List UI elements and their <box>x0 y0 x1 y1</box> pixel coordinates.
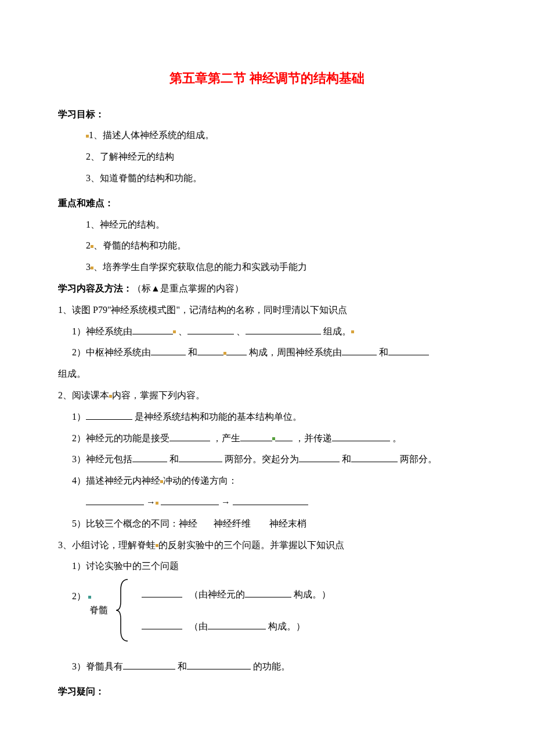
document-title: 第五章第二节 神经调节的结构基础 <box>58 64 476 93</box>
bracket-item-1: （由神经元的 构成。） <box>132 585 331 604</box>
blank <box>246 325 321 334</box>
objective-1: 1、描述人体神经系统的组成。 <box>58 125 476 146</box>
blank <box>342 345 377 355</box>
q2-lead: 2、阅读课本内容，掌握下列内容。 <box>58 385 476 406</box>
blank <box>123 660 175 669</box>
blank <box>187 325 234 334</box>
brace-icon <box>115 578 132 642</box>
blank <box>388 345 429 355</box>
dot-icon <box>351 330 354 333</box>
blank <box>208 620 266 629</box>
q2-sub4: 4）描述神经元内神经冲动的传递方向： <box>58 470 476 492</box>
key-points-heading: 重点和难点： <box>58 193 476 214</box>
blank <box>299 452 340 462</box>
q1-sub2-tail: 组成。 <box>58 363 476 385</box>
q2-direction-line: → → <box>58 492 476 513</box>
blank <box>142 588 182 597</box>
blank <box>142 620 182 629</box>
blank <box>132 325 173 334</box>
page: 第五章第二节 神经调节的结构基础 学习目标： 1、描述人体神经系统的组成。 2、… <box>0 0 534 756</box>
spinal-cord-label: 脊髓 <box>72 603 108 617</box>
q2-sub5: 5）比较三个概念的不同：神经 神经纤维 神经末梢 <box>58 513 476 535</box>
q1-lead: 1、读图 P79"神经系统模式图"，记清结构的名称，同时理清以下知识点 <box>58 300 476 321</box>
blank <box>226 345 247 355</box>
q3-sub2-label: 2） <box>72 589 108 603</box>
dot-icon <box>156 502 158 505</box>
blank <box>187 660 251 669</box>
q2-sub3: 3）神经元包括 和 两部分。突起分为 和 两部分。 <box>58 449 476 470</box>
spacer <box>58 642 476 656</box>
objective-3: 3、知道脊髓的结构和功能。 <box>58 168 476 189</box>
blank <box>86 495 144 505</box>
bracket-item-2: （由 构成。） <box>132 617 331 636</box>
blank <box>245 588 291 597</box>
blank <box>233 495 308 505</box>
q3-sub1: 1）讨论实验中的三个问题 <box>58 556 476 577</box>
dot-icon <box>88 596 91 599</box>
blank <box>151 345 186 355</box>
key-point-1: 1、神经元的结构。 <box>58 214 476 236</box>
blank <box>161 495 219 505</box>
q3-sub3: 3）脊髓具有 和 的功能。 <box>58 656 476 678</box>
q1-sub1: 1）神经系统由 、 、 组成。 <box>58 321 476 343</box>
blank <box>332 431 390 441</box>
objectives-heading: 学习目标： <box>58 104 476 125</box>
blank <box>169 431 210 441</box>
questions-heading: 学习疑问： <box>58 681 476 703</box>
key-point-3: 3、培养学生自学探究获取信息的能力和实践动手能力 <box>58 257 476 278</box>
blank <box>275 431 293 441</box>
blank <box>86 410 132 420</box>
q3-lead: 3、小组讨论，理解脊蛙的反射实验中的三个问题。并掌握以下知识点 <box>58 535 476 556</box>
spinal-cord-diagram: 2） 脊髓 （由神经元的 构成。） （由 构成。） <box>58 578 476 642</box>
q2-sub2: 2）神经元的功能是接受 ，产生 ，并传递 。 <box>58 428 476 449</box>
blank <box>240 431 272 441</box>
objective-2: 2、了解神经元的结构 <box>58 146 476 168</box>
q2-sub1: 1） 是神经系统结构和功能的基本结构单位。 <box>58 406 476 428</box>
blank <box>132 452 167 462</box>
blank <box>351 452 398 462</box>
key-point-2: 2、脊髓的结构和功能。 <box>58 235 476 257</box>
content-method-heading: 学习内容及方法：（标▲是重点掌握的内容） <box>58 278 476 300</box>
q1-sub2: 2）中枢神经系统由 和 构成，周围神经系统由 和 <box>58 342 476 363</box>
dot-icon <box>173 330 176 333</box>
blank <box>197 345 223 355</box>
blank <box>179 452 222 462</box>
